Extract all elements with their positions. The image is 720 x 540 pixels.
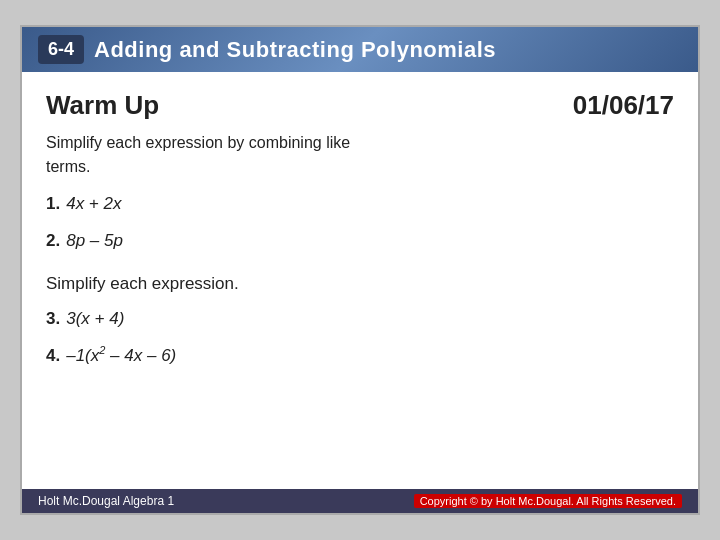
instruction-line1: Simplify each expression by combining li… xyxy=(46,134,350,151)
date-label: 01/06/17 xyxy=(573,90,674,121)
problem-2: 2. 8p – 5p xyxy=(46,226,674,257)
section-badge: 6-4 xyxy=(38,35,84,64)
problem-4-content: –1(x2 – 4x – 6) xyxy=(66,341,176,372)
problem-1-content: 4x + 2x xyxy=(66,189,121,220)
content-area: Warm Up 01/06/17 Simplify each expressio… xyxy=(22,72,698,489)
slide-container: 6-4 Adding and Subtracting Polynomials W… xyxy=(20,25,700,515)
header-bar: 6-4 Adding and Subtracting Polynomials xyxy=(22,27,698,72)
problem-4-number: 4. xyxy=(46,341,60,372)
problem-4-prefix: –1(x xyxy=(66,346,99,365)
problem-1-number: 1. xyxy=(46,189,60,220)
problem-3: 3. 3(x + 4) xyxy=(46,304,674,335)
problem-3-number: 3. xyxy=(46,304,60,335)
warm-up-row: Warm Up 01/06/17 xyxy=(46,90,674,121)
footer-right: Copyright © by Holt Mc.Dougal. All Right… xyxy=(414,495,682,507)
warm-up-label: Warm Up xyxy=(46,90,159,121)
problem-2-content: 8p – 5p xyxy=(66,226,123,257)
section2-instruction: Simplify each expression. xyxy=(46,274,239,293)
problem-1: 1. 4x + 2x xyxy=(46,189,674,220)
section-divider: Simplify each expression. xyxy=(46,274,674,294)
instruction-line2: terms. xyxy=(46,158,90,175)
header-title: Adding and Subtracting Polynomials xyxy=(94,37,496,63)
instruction-text: Simplify each expression by combining li… xyxy=(46,131,674,179)
problem-2-number: 2. xyxy=(46,226,60,257)
footer-right-text: Copyright © by Holt Mc.Dougal. All Right… xyxy=(414,494,682,508)
footer-left: Holt Mc.Dougal Algebra 1 xyxy=(38,494,174,508)
problem-4: 4. –1(x2 – 4x – 6) xyxy=(46,341,674,372)
problem-3-content: 3(x + 4) xyxy=(66,304,124,335)
footer-bar: Holt Mc.Dougal Algebra 1 Copyright © by … xyxy=(22,489,698,513)
problem-4-suffix: – 4x – 6) xyxy=(105,346,176,365)
